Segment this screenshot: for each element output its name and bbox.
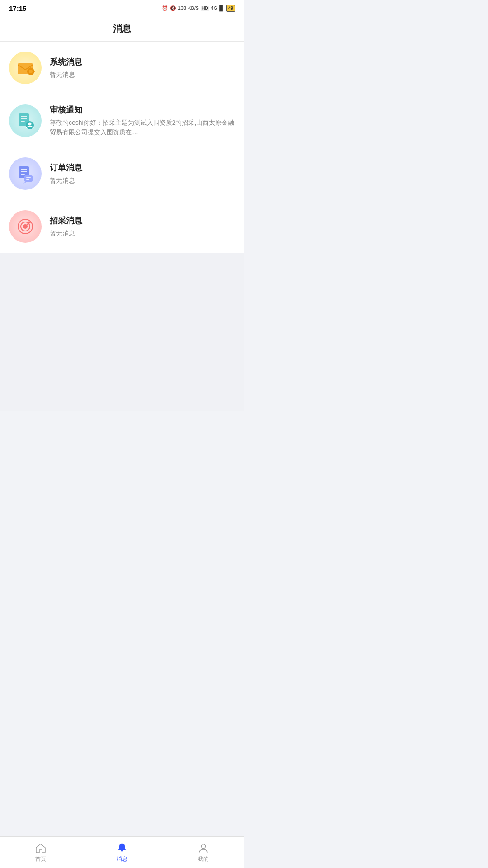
svg-rect-6 xyxy=(33,71,35,72)
svg-rect-15 xyxy=(21,171,27,172)
order-icon xyxy=(15,164,35,184)
audit-icon xyxy=(15,111,35,131)
audit-message-content: 审核通知 尊敬的ceshi你好：招采主题为测试入围资质2的招采,山西太原金融贸易… xyxy=(50,104,235,137)
order-message-title: 订单消息 xyxy=(50,162,235,173)
svg-rect-10 xyxy=(21,121,25,122)
procurement-message-icon-container xyxy=(9,210,42,243)
envelope-icon xyxy=(15,58,35,78)
svg-point-12 xyxy=(28,123,32,126)
svg-rect-17 xyxy=(24,175,33,182)
signal-icon: 4G▐▌ xyxy=(211,5,225,11)
svg-point-2 xyxy=(29,70,33,73)
status-icons: ⏰ 🔇 138 KB/S HD 4G▐▌ 49 xyxy=(162,5,235,12)
procurement-message-title: 招采消息 xyxy=(50,215,235,226)
message-item-system[interactable]: 系统消息 暂无消息 xyxy=(0,42,244,94)
system-message-title: 系统消息 xyxy=(50,57,235,67)
page-title: 消息 xyxy=(113,23,131,35)
audit-message-icon-container xyxy=(9,104,42,137)
mute-icon: 🔇 xyxy=(170,5,176,11)
audit-message-title: 审核通知 xyxy=(50,104,235,115)
page-header: 消息 xyxy=(0,16,244,42)
svg-rect-8 xyxy=(21,116,27,117)
message-item-procurement[interactable]: 招采消息 暂无消息 xyxy=(0,200,244,253)
network-speed: 138 KB/S xyxy=(178,5,199,11)
order-message-content: 订单消息 暂无消息 xyxy=(50,162,235,185)
status-time: 17:15 xyxy=(9,5,26,12)
svg-rect-5 xyxy=(27,71,28,72)
system-message-content: 系统消息 暂无消息 xyxy=(50,57,235,80)
order-message-icon-container xyxy=(9,157,42,190)
message-item-order[interactable]: 订单消息 暂无消息 xyxy=(0,147,244,200)
message-list: 系统消息 暂无消息 审核通知 xyxy=(0,42,244,253)
procurement-message-content: 招采消息 暂无消息 xyxy=(50,215,235,238)
procurement-icon xyxy=(15,217,35,236)
battery-indicator: 49 xyxy=(226,5,235,12)
gray-content-area xyxy=(0,253,244,411)
clock-icon: ⏰ xyxy=(162,5,168,11)
svg-rect-16 xyxy=(21,174,25,175)
svg-rect-19 xyxy=(26,179,29,180)
svg-rect-3 xyxy=(30,67,31,69)
svg-rect-14 xyxy=(21,169,27,170)
procurement-message-preview: 暂无消息 xyxy=(50,229,235,238)
page-wrapper: 17:15 ⏰ 🔇 138 KB/S HD 4G▐▌ 49 消息 xyxy=(0,0,244,443)
status-bar: 17:15 ⏰ 🔇 138 KB/S HD 4G▐▌ 49 xyxy=(0,0,244,16)
system-message-preview: 暂无消息 xyxy=(50,70,235,80)
svg-rect-18 xyxy=(26,177,31,178)
message-item-audit[interactable]: 审核通知 尊敬的ceshi你好：招采主题为测试入围资质2的招采,山西太原金融贸易… xyxy=(0,94,244,147)
hd-badge: HD xyxy=(201,6,209,11)
svg-rect-4 xyxy=(30,74,31,75)
order-message-preview: 暂无消息 xyxy=(50,176,235,185)
system-message-icon-container xyxy=(9,52,42,84)
audit-message-preview: 尊敬的ceshi你好：招采主题为测试入围资质2的招采,山西太原金融贸易有限公司提… xyxy=(50,118,235,137)
svg-rect-9 xyxy=(21,118,27,119)
